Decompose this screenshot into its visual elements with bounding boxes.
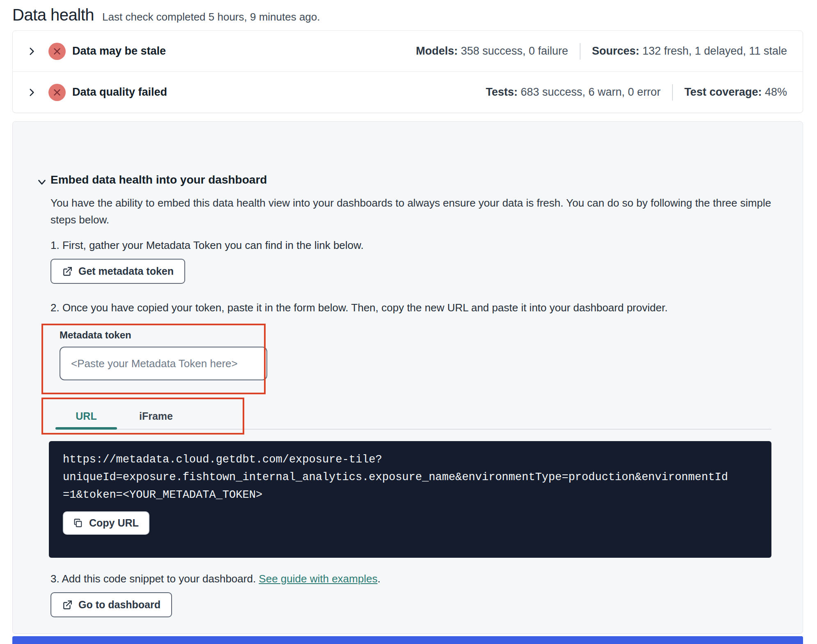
embed-description: You have the ability to embed this data … xyxy=(50,195,798,228)
embed-section-card: Embed data health into your dashboard Yo… xyxy=(12,121,803,634)
sources-stat: Sources: 132 fresh, 1 delayed, 11 stale xyxy=(592,45,787,58)
bottom-cutoff-blue-bar xyxy=(12,636,803,644)
test-coverage-stat: Test coverage: 48% xyxy=(684,86,787,99)
embed-section-heading: Embed data health into your dashboard xyxy=(50,173,267,186)
error-x-circle-icon xyxy=(48,84,66,101)
metadata-token-label: Metadata token xyxy=(60,329,131,341)
stats-divider xyxy=(580,43,581,60)
copy-icon xyxy=(73,518,84,528)
active-tab-indicator xyxy=(55,427,117,430)
status-panels-card: Data may be stale Models: 358 success, 0… xyxy=(12,30,803,113)
chevron-right-icon[interactable] xyxy=(26,87,37,98)
get-metadata-token-button[interactable]: Get metadata token xyxy=(50,259,185,284)
panel-stats: Tests: 683 success, 6 warn, 0 error Test… xyxy=(486,84,787,101)
code-line: =1&token=<YOUR_METADATA_TOKEN> xyxy=(63,486,755,504)
step-3-suffix: . xyxy=(377,573,380,585)
status-panel-data-may-be-stale[interactable]: Data may be stale Models: 358 success, 0… xyxy=(13,31,803,71)
last-check-text: Last check completed 5 hours, 9 minutes … xyxy=(102,11,320,23)
copy-url-label: Copy URL xyxy=(89,517,139,529)
data-health-page: Data health Last check completed 5 hours… xyxy=(0,0,817,644)
code-line: uniqueId=exposure.fishtown_internal_anal… xyxy=(63,469,755,486)
external-link-icon xyxy=(62,600,73,610)
step-2-text: 2. Once you have copied your token, past… xyxy=(50,301,668,314)
stats-divider xyxy=(672,84,673,101)
models-stat: Models: 358 success, 0 failure xyxy=(416,45,568,58)
go-to-dashboard-button[interactable]: Go to dashboard xyxy=(50,592,172,617)
error-x-circle-icon xyxy=(48,43,66,60)
metadata-token-input[interactable] xyxy=(60,347,267,380)
copy-url-button[interactable]: Copy URL xyxy=(63,511,149,535)
panel-title: Data quality failed xyxy=(72,86,167,99)
panel-stats: Models: 358 success, 0 failure Sources: … xyxy=(416,43,787,60)
step-3-prefix: 3. Add this code snippet to your dashboa… xyxy=(50,573,259,585)
chevron-right-icon[interactable] xyxy=(26,46,37,57)
tabs-divider-line xyxy=(55,429,771,430)
step-1-text: 1. First, gather your Metadata Token you… xyxy=(50,239,364,252)
tests-stat: Tests: 683 success, 6 warn, 0 error xyxy=(486,86,661,99)
chevron-down-icon[interactable] xyxy=(36,176,48,188)
external-link-icon xyxy=(62,266,73,277)
tab-url[interactable]: URL xyxy=(55,405,117,427)
embed-url-code-block: https://metadata.cloud.getdbt.com/exposu… xyxy=(49,441,771,558)
go-to-dashboard-label: Go to dashboard xyxy=(78,599,161,611)
status-panel-data-quality-failed[interactable]: Data quality failed Tests: 683 success, … xyxy=(13,71,803,113)
step-3-text: 3. Add this code snippet to your dashboa… xyxy=(50,573,381,585)
see-guide-link[interactable]: See guide with examples xyxy=(259,573,377,585)
page-header: Data health Last check completed 5 hours… xyxy=(12,6,803,25)
page-title: Data health xyxy=(12,6,94,24)
get-metadata-token-label: Get metadata token xyxy=(78,265,174,277)
tab-iframe[interactable]: iFrame xyxy=(117,405,195,427)
code-line: https://metadata.cloud.getdbt.com/exposu… xyxy=(63,451,755,469)
panel-title: Data may be stale xyxy=(72,45,166,58)
